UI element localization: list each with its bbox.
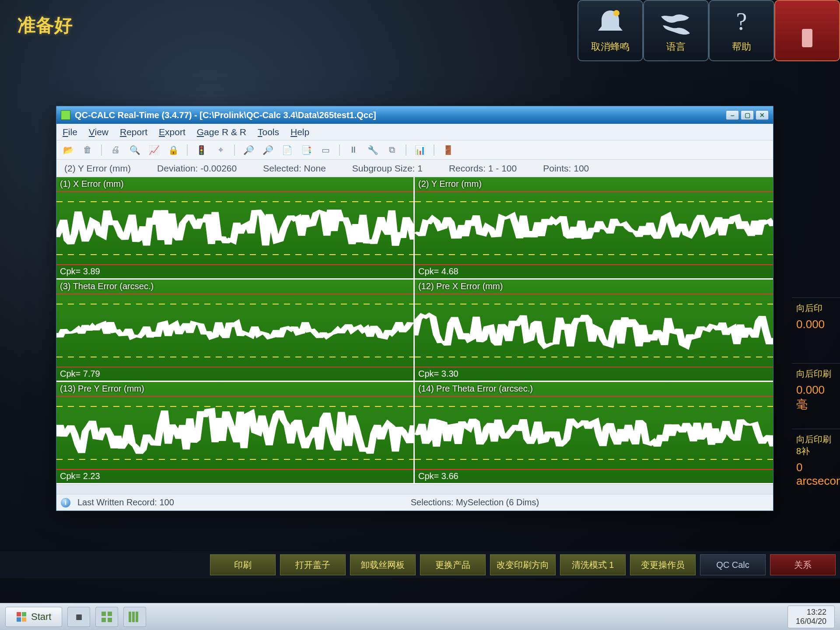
- wrench-icon[interactable]: 🔧: [367, 144, 378, 156]
- close-system-button[interactable]: 关系: [770, 554, 836, 575]
- hmi-close-button[interactable]: [774, 0, 840, 61]
- chart-cpk: Cpk= 2.23: [60, 471, 100, 481]
- hmi-bottom-bar: 印刷 打开盖子 卸载丝网板 更换产品 改变印刷方向 清洗模式 1 变更操作员 Q…: [0, 551, 840, 578]
- current-dimension: (2) Y Error (mm): [64, 163, 131, 174]
- exit-icon[interactable]: 🚪: [442, 144, 454, 156]
- chart-title: (14) Pre Theta Error (arcsec.): [418, 384, 533, 394]
- bars-icon: [128, 611, 142, 623]
- qc-calc-button[interactable]: QC Calc: [700, 554, 766, 575]
- svg-rect-5: [17, 617, 21, 622]
- svg-rect-10: [108, 618, 112, 622]
- chart-cpk: Cpk= 3.89: [60, 266, 100, 276]
- svg-rect-4: [22, 612, 26, 616]
- svg-point-0: [613, 10, 620, 16]
- last-written-record: Last Written Record: 100: [77, 497, 174, 508]
- taskbar-clock[interactable]: 13:22 16/04/20: [788, 606, 835, 628]
- svg-rect-13: [136, 612, 138, 622]
- taskbar-item[interactable]: [95, 607, 118, 627]
- windows-logo-icon: [16, 612, 27, 622]
- print-button[interactable]: 印刷: [210, 554, 276, 575]
- close-button[interactable]: ✕: [756, 110, 769, 120]
- chart-title: (12) Pre X Error (mm): [418, 281, 503, 291]
- trace-line: [56, 382, 413, 483]
- maximize-button[interactable]: ▢: [741, 110, 754, 120]
- change-print-direction-button[interactable]: 改变印刷方向: [490, 554, 556, 575]
- subgroup-size: Subgroup Size: 1: [352, 163, 423, 174]
- qc-calc-window: QC-CALC Real-Time (3.4.77) - [C:\Prolink…: [56, 106, 774, 511]
- start-button[interactable]: Start: [5, 607, 62, 627]
- menu-help[interactable]: Help: [290, 127, 309, 137]
- menu-export[interactable]: Export: [159, 127, 186, 137]
- print-icon[interactable]: 🖨: [110, 144, 121, 156]
- globe-icon: [658, 7, 693, 38]
- change-operator-button[interactable]: 变更操作员: [630, 554, 696, 575]
- open-cover-button[interactable]: 打开盖子: [280, 554, 346, 575]
- zoom-reset-icon[interactable]: 🔎: [262, 144, 273, 156]
- control-chart[interactable]: (12) Pre X Error (mm)Cpk= 3.30: [415, 280, 773, 382]
- zoom-in-icon[interactable]: 🔎: [243, 144, 254, 156]
- control-chart[interactable]: (13) Pre Y Error (mm)Cpk= 2.23: [56, 382, 415, 484]
- change-product-button[interactable]: 更换产品: [420, 554, 486, 575]
- trace-line: [415, 177, 773, 278]
- window-titlebar[interactable]: QC-CALC Real-Time (3.4.77) - [C:\Prolink…: [56, 106, 773, 124]
- side-readout: 向后印刷8补 0 arcsecon: [792, 429, 840, 494]
- delete-icon[interactable]: 🗑: [82, 144, 93, 156]
- lock-icon[interactable]: 🔒: [168, 144, 179, 156]
- note-icon[interactable]: 📄: [281, 144, 293, 156]
- clean-mode-1-button[interactable]: 清洗模式 1: [560, 554, 626, 575]
- menu-gage[interactable]: Gage R & R: [197, 127, 246, 137]
- window-title: QC-CALC Real-Time (3.4.77) - [C:\Prolink…: [75, 110, 376, 120]
- machine-status: 准备好: [18, 13, 73, 38]
- barchart-icon[interactable]: 📊: [414, 144, 426, 156]
- chart-icon[interactable]: 📈: [148, 144, 160, 156]
- chart-title: (1) X Error (mm): [60, 179, 124, 189]
- control-chart[interactable]: (14) Pre Theta Error (arcsec.)Cpk= 3.66: [415, 382, 773, 484]
- menu-view[interactable]: View: [89, 127, 108, 137]
- help-button[interactable]: ? 帮助: [709, 0, 774, 61]
- cancel-beep-button[interactable]: 取消蜂鸣: [578, 0, 643, 61]
- chart-grid: (1) X Error (mm)Cpk= 3.89(2) Y Error (mm…: [56, 177, 773, 484]
- hmi-side-readouts: 向后印 0.000 向后印刷 0.000 毫 向后印刷8补 0 arcsecon: [792, 298, 840, 494]
- chart-cpk: Cpk= 4.68: [418, 266, 458, 276]
- svg-rect-7: [102, 612, 106, 616]
- question-icon: ?: [724, 7, 759, 38]
- open-icon[interactable]: 📂: [63, 144, 74, 156]
- control-chart[interactable]: (1) X Error (mm)Cpk= 3.89: [56, 177, 415, 280]
- minimize-button[interactable]: ‒: [726, 110, 739, 120]
- trace-line: [56, 177, 413, 278]
- preview-icon[interactable]: 🔍: [129, 144, 140, 156]
- filter-icon[interactable]: ⌖: [215, 144, 226, 156]
- info-icon: i: [61, 498, 70, 508]
- pause-icon[interactable]: ⏸: [348, 144, 359, 156]
- notes-icon[interactable]: 📑: [301, 144, 312, 156]
- power-icon: [790, 23, 825, 53]
- trace-line: [415, 382, 773, 483]
- taskbar-item[interactable]: [123, 607, 146, 627]
- trace-line: [56, 280, 413, 381]
- selected: Selected: None: [263, 163, 326, 174]
- svg-rect-9: [102, 618, 106, 622]
- menu-file[interactable]: File: [63, 127, 77, 137]
- unload-stencil-button[interactable]: 卸载丝网板: [350, 554, 416, 575]
- taskbar-item[interactable]: ▦: [67, 607, 90, 627]
- app-icon: [61, 110, 70, 120]
- hmi-top-buttons: 取消蜂鸣 语言 ? 帮助: [578, 0, 840, 61]
- points: Points: 100: [543, 163, 589, 174]
- menu-tools[interactable]: Tools: [258, 127, 279, 137]
- chart-title: (13) Pre Y Error (mm): [60, 384, 144, 394]
- toolbar: 📂 🗑 🖨 🔍 📈 🔒 🚦 ⌖ 🔎 🔎 📄 📑 ▭ ⏸ 🔧 ⧉ 📊 🚪: [56, 140, 773, 160]
- control-chart[interactable]: (2) Y Error (mm)Cpk= 4.68: [415, 177, 773, 280]
- taskbar[interactable]: Start ▦ 13:22 16/04/20: [0, 603, 840, 630]
- svg-rect-6: [22, 617, 26, 622]
- svg-text:?: ?: [736, 8, 747, 35]
- traffic-icon[interactable]: 🚦: [196, 144, 207, 156]
- chart-cpk: Cpk= 7.79: [60, 369, 100, 379]
- language-button[interactable]: 语言: [643, 0, 709, 61]
- copy-icon[interactable]: ⧉: [386, 144, 398, 156]
- chart-cpk: Cpk= 3.30: [418, 369, 458, 379]
- window-icon[interactable]: ▭: [320, 144, 331, 156]
- horizontal-scrollbar[interactable]: [56, 484, 773, 494]
- app-icon: ▦: [76, 612, 82, 621]
- control-chart[interactable]: (3) Theta Error (arcsec.)Cpk= 7.79: [56, 280, 415, 382]
- menu-report[interactable]: Report: [120, 127, 147, 137]
